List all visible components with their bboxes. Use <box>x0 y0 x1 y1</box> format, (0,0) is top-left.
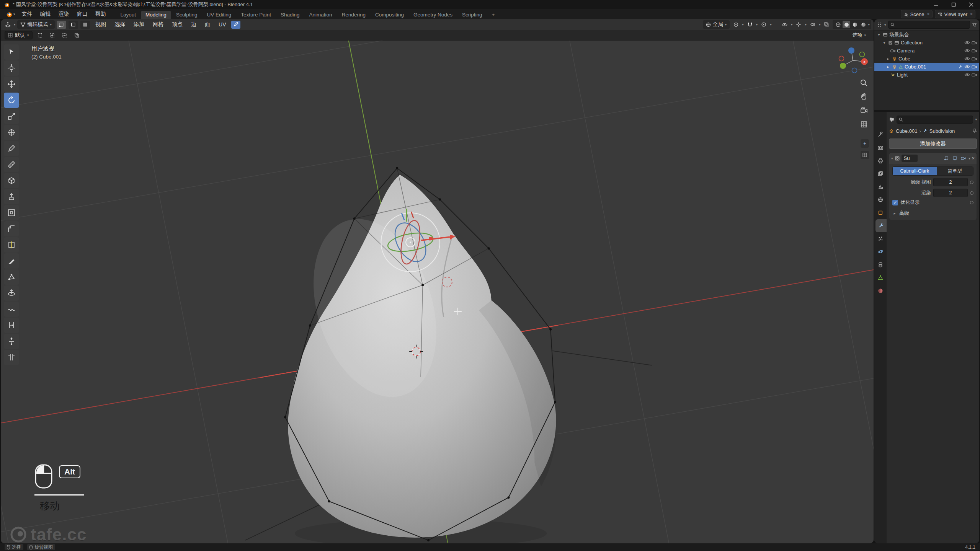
outliner-editor-icon[interactable] <box>877 22 882 28</box>
realtime-display-toggle[interactable] <box>952 155 959 162</box>
open-sidebar-button[interactable]: + <box>861 139 869 148</box>
levels-viewport-field[interactable]: 2 <box>933 178 968 186</box>
tab-object[interactable] <box>874 206 887 219</box>
expand-arrow-icon[interactable]: ▾ <box>891 156 893 160</box>
menu-view[interactable]: 视图 <box>92 20 109 29</box>
proportional-editing-toggle[interactable] <box>759 21 768 29</box>
outliner-row-scene-collection[interactable]: ▾ 场景集合 <box>874 31 979 39</box>
tab-layout[interactable]: Layout <box>116 11 141 19</box>
outliner-item-label[interactable]: Cube <box>898 56 910 62</box>
edge-slide-tool[interactable] <box>4 318 19 333</box>
unlink-viewlayer-icon[interactable]: × <box>969 11 973 17</box>
tab-texture-paint[interactable]: Texture Paint <box>236 11 276 19</box>
tab-tool[interactable] <box>874 128 887 141</box>
camera-visibility-icon[interactable] <box>972 73 977 77</box>
camera-visibility-icon[interactable] <box>972 41 977 45</box>
add-cube-tool[interactable] <box>4 173 19 188</box>
add-workspace-button[interactable]: + <box>487 11 500 19</box>
tab-constraints[interactable] <box>874 258 887 271</box>
unlink-scene-icon[interactable]: × <box>926 11 930 17</box>
editor-type-button[interactable] <box>3 21 12 29</box>
toggle-perspective-icon[interactable] <box>860 120 868 129</box>
menu-help[interactable]: 帮助 <box>91 10 110 18</box>
breadcrumb-modifier[interactable]: Subdivision <box>929 128 955 134</box>
menu-mesh[interactable]: 网格 <box>149 20 167 29</box>
eye-icon[interactable] <box>964 73 970 77</box>
menu-uv[interactable]: UV <box>215 20 229 29</box>
tab-physics[interactable] <box>874 245 887 258</box>
tab-scene[interactable] <box>874 180 887 193</box>
select-mode-new-icon[interactable] <box>36 31 45 39</box>
edit-mode-display-toggle[interactable] <box>943 155 950 162</box>
render-display-toggle[interactable] <box>960 155 967 162</box>
select-mode-extend-icon[interactable] <box>48 31 57 39</box>
eye-icon[interactable] <box>964 49 970 53</box>
select-mode-face-button[interactable] <box>80 21 90 29</box>
shading-dropdown-icon[interactable]: ▾ <box>868 23 870 26</box>
chevron-down-icon[interactable]: ▾ <box>884 23 886 27</box>
shading-wireframe-button[interactable] <box>834 21 842 28</box>
scene-canvas[interactable] <box>1 41 874 543</box>
animate-dot-icon[interactable] <box>970 191 973 195</box>
tool-options-dropdown[interactable]: 选项 ▾ <box>852 32 870 39</box>
levels-render-field[interactable]: 2 <box>933 189 968 197</box>
tab-output[interactable] <box>874 154 887 167</box>
menu-file[interactable]: 文件 <box>18 10 36 18</box>
bevel-tool[interactable] <box>4 221 19 236</box>
outliner-search-input[interactable] <box>888 21 970 29</box>
modifier-name-field[interactable]: Su <box>902 155 918 162</box>
outliner-row-light[interactable]: Light <box>874 71 979 79</box>
zoom-icon[interactable] <box>860 79 868 87</box>
xray-toggle[interactable] <box>822 21 831 29</box>
transform-tool[interactable] <box>4 125 19 140</box>
scale-tool[interactable] <box>4 109 19 124</box>
tab-view-layer[interactable] <box>874 167 887 180</box>
camera-view-icon[interactable] <box>860 106 868 115</box>
menu-edit[interactable]: 编辑 <box>36 10 55 18</box>
cursor-tool[interactable] <box>4 60 19 76</box>
close-button[interactable] <box>962 0 980 9</box>
scene-selector[interactable]: Scene × <box>901 10 933 18</box>
tab-object-data[interactable] <box>874 271 887 284</box>
filter-icon[interactable] <box>972 22 977 27</box>
pan-hand-icon[interactable] <box>860 93 868 101</box>
tab-animation[interactable]: Animation <box>305 11 337 19</box>
select-mode-subtract-icon[interactable] <box>60 31 69 39</box>
modifier-extras-dropdown-icon[interactable]: ▾ <box>969 156 970 160</box>
minimize-button[interactable] <box>927 0 945 9</box>
gizmos-toggle[interactable] <box>794 21 803 29</box>
camera-visibility-icon[interactable] <box>972 65 977 69</box>
inset-faces-tool[interactable] <box>4 205 19 220</box>
outliner-item-label[interactable]: Cube.001 <box>905 64 926 70</box>
camera-visibility-icon[interactable] <box>972 57 977 61</box>
shading-solid-button[interactable] <box>843 21 850 28</box>
blender-menu-button[interactable]: ▾ <box>3 10 18 18</box>
eye-icon[interactable] <box>964 57 970 61</box>
move-tool[interactable] <box>4 77 19 92</box>
outliner-row-collection[interactable]: ▾ Collection <box>874 39 979 47</box>
mode-dropdown[interactable]: 编辑模式 ▾ <box>17 20 55 29</box>
pivot-point-dropdown[interactable] <box>731 21 740 29</box>
viewport-3d[interactable]: 用户透视 (2) Cube.001 X <box>1 41 874 543</box>
rotate-tool[interactable] <box>4 93 19 108</box>
select-box-tool[interactable] <box>4 44 19 60</box>
menu-face[interactable]: 面 <box>201 20 214 29</box>
animate-dot-icon[interactable] <box>970 201 973 204</box>
active-annotate-toggle-icon[interactable] <box>231 21 240 29</box>
show-object-types-dropdown[interactable] <box>780 21 789 29</box>
expand-arrow-icon[interactable]: ▸ <box>886 65 890 69</box>
eye-icon[interactable] <box>964 41 970 45</box>
menu-render[interactable]: 渲染 <box>55 10 73 18</box>
chevron-down-icon[interactable]: ▾ <box>14 23 16 26</box>
snap-magnet-toggle[interactable] <box>745 21 755 29</box>
tab-uv-editing[interactable]: UV Editing <box>202 11 236 19</box>
annotate-tool[interactable] <box>4 141 19 156</box>
overlays-toggle[interactable] <box>808 21 817 29</box>
catmull-clark-button[interactable]: Catmull-Clark <box>893 167 937 175</box>
transform-orientation-dropdown[interactable]: 全局 ▾ <box>703 20 730 29</box>
tab-modifiers[interactable] <box>875 219 887 232</box>
outliner-item-label[interactable]: Camera <box>897 48 915 54</box>
outliner-row-cube[interactable]: ▸ Cube <box>874 55 979 63</box>
properties-editor-icon[interactable] <box>889 117 895 122</box>
pear-mesh[interactable] <box>288 174 556 543</box>
